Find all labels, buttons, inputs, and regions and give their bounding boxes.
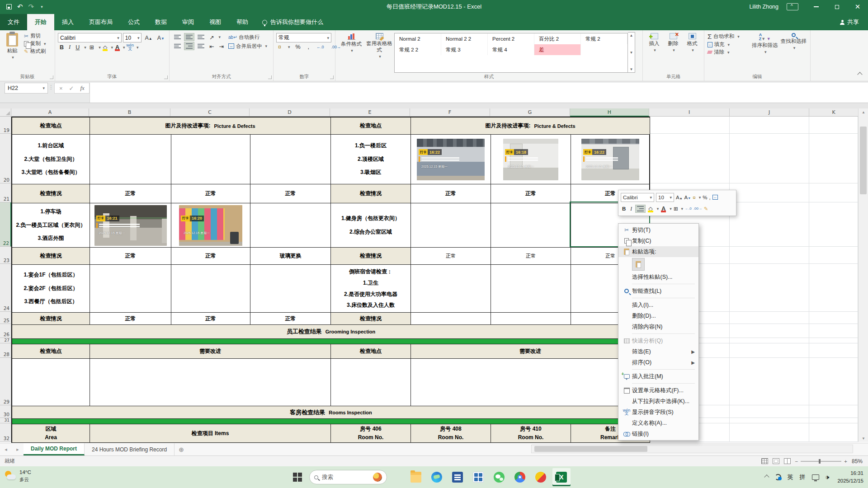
cell-B29[interactable] (90, 359, 331, 406)
menu-insert-comment[interactable]: 插入批注(M) (618, 371, 698, 382)
volume-icon[interactable]: 🕩 (826, 474, 830, 481)
bold-button[interactable]: B (58, 44, 66, 51)
cell-D23[interactable]: 玻璃更换 (250, 248, 331, 265)
find-select-button[interactable]: 查找和选择▾ (779, 32, 808, 73)
decrease-indent-icon[interactable]: ⇤ (208, 42, 216, 50)
cell-B19[interactable]: 图片及待改进事项:Picture & Defects (90, 117, 331, 135)
clipboard-dialog-launcher[interactable] (50, 75, 53, 79)
cell-F22[interactable] (411, 203, 491, 248)
row-header[interactable]: 32 (0, 423, 11, 442)
app-wechat[interactable] (490, 468, 508, 486)
start-button[interactable] (293, 473, 302, 482)
sheet-tab-daily-mod-report[interactable]: Daily MOD Report (24, 443, 85, 455)
col-header-c[interactable]: C (170, 108, 250, 117)
app-grid[interactable] (469, 468, 487, 486)
percent-icon[interactable]: % (293, 43, 302, 51)
font-dialog-launcher[interactable] (164, 75, 168, 79)
menu-format-cells[interactable]: 设置单元格格式(F)... (618, 385, 698, 396)
tray-expand-icon[interactable] (764, 474, 769, 479)
horizontal-scrollbar[interactable] (531, 445, 853, 453)
weather-widget[interactable]: 14°C 多云 (5, 469, 31, 483)
shrink-font-icon[interactable]: A▼ (156, 34, 166, 42)
sync-icon[interactable] (775, 474, 781, 480)
cell-E28[interactable]: 检查地点 (331, 344, 411, 359)
cell-D22[interactable] (250, 203, 331, 248)
menu-insert[interactable]: 插入(I)... (618, 300, 698, 310)
cell-E23[interactable]: 检查情况 (331, 248, 411, 265)
scroll-up-icon[interactable]: ▲ (859, 108, 868, 116)
undo-icon[interactable]: ↶ (17, 3, 23, 11)
row-header[interactable]: 20 (0, 134, 11, 183)
cell-G23[interactable]: 正常 (491, 248, 571, 265)
app-blue[interactable] (448, 468, 467, 486)
delete-cells-button[interactable]: 删除▾ (664, 32, 683, 73)
formula-input[interactable] (90, 83, 868, 103)
row-header[interactable]: 25 (0, 312, 11, 324)
style-item[interactable]: 百分比 2 (534, 33, 581, 44)
mini-increase-decimal-icon[interactable]: ←.0 (685, 206, 692, 211)
mini-align-center-icon[interactable] (635, 205, 646, 213)
tab-data[interactable]: 数据 (147, 14, 175, 30)
vertical-scrollbar[interactable]: ▲ ▼ (858, 108, 868, 442)
cell-F24[interactable] (411, 265, 491, 313)
qat-customize-icon[interactable]: ▾ (41, 5, 43, 9)
cell-D21[interactable]: 正常 (250, 184, 331, 203)
mini-bold-button[interactable]: B (621, 206, 627, 211)
cell-C24[interactable] (171, 265, 250, 313)
cell-C22[interactable]: 打卡16:20 2025.12.15 星期一 (171, 203, 250, 248)
cell-D25[interactable]: 正常 (250, 313, 331, 325)
tell-me-box[interactable]: 告诉我你想要做什么 (256, 14, 330, 30)
cell-F25[interactable] (411, 313, 491, 325)
network-display-icon[interactable] (812, 474, 819, 480)
accounting-format-icon[interactable]: ¤ (276, 43, 283, 51)
alignment-dialog-launcher[interactable] (268, 75, 272, 79)
col-header-h-selected[interactable]: H (570, 108, 649, 117)
menu-cut[interactable]: ✂剪切(T) (618, 225, 698, 235)
scroll-down-icon[interactable]: ▼ (859, 435, 868, 442)
col-header-i[interactable]: I (649, 108, 730, 117)
fill-button[interactable]: ↓填充▾ (706, 41, 750, 48)
cell-D24[interactable] (250, 265, 331, 313)
cell-A29[interactable] (12, 359, 90, 406)
menu-pick-from-dropdown[interactable]: 从下拉列表中选择(K)... (618, 396, 698, 407)
style-item[interactable]: 常规 2 (581, 33, 627, 44)
cell-B21[interactable]: 正常 (90, 184, 171, 203)
menu-paste-special[interactable]: 选择性粘贴(S)... (618, 272, 698, 282)
tab-view[interactable]: 视图 (202, 14, 229, 30)
col-header-f[interactable]: F (410, 108, 490, 117)
cell-A32[interactable]: 区域 Area (12, 424, 90, 443)
format-cells-button[interactable]: 格式▾ (683, 32, 702, 73)
tab-insert[interactable]: 插入 (54, 14, 81, 30)
ribbon-display-options-icon[interactable] (787, 3, 798, 10)
app-media[interactable] (532, 468, 550, 486)
menu-quick-analysis[interactable]: 快速分析(Q) (618, 335, 698, 346)
menu-paste-options[interactable]: 粘贴选项: (618, 246, 698, 257)
cell-D20[interactable] (250, 135, 331, 184)
cell-E25[interactable]: 检查情况 (331, 313, 411, 325)
cell-F20[interactable]: 打卡16:22 2025.12.15 星期一 (411, 135, 491, 184)
style-item[interactable]: Normal 2 2 (441, 33, 488, 44)
cell-H20[interactable]: 打卡16:22 2025.12.15 星期一 (571, 135, 650, 184)
format-as-table-button[interactable]: 套用表格格式▾ (365, 32, 393, 73)
page-break-view-icon[interactable] (784, 458, 791, 464)
clear-button[interactable]: 清除▾ (706, 48, 750, 56)
inspection-photo[interactable]: 打卡16:21 2025.12.15 星期一 (94, 205, 167, 246)
name-box[interactable]: H22▾ (5, 83, 48, 94)
cell-C20[interactable] (171, 135, 250, 184)
cell-B25[interactable]: 正常 (90, 313, 171, 325)
sheet-tab-24-hours-briefing[interactable]: 24 Hours MOD Briefing Record (85, 443, 175, 455)
menu-filter[interactable]: 筛选(E)▶ (618, 346, 698, 357)
style-item[interactable]: 常规 2 2 (395, 44, 441, 55)
cell-A28[interactable]: 检查地点 (12, 344, 90, 359)
inspection-photo[interactable]: 打卡16:20 2025.12.15 星期一 (179, 205, 242, 246)
align-left-icon[interactable] (172, 42, 183, 50)
horizontal-scroll-thumb[interactable] (534, 446, 647, 452)
mini-shrink-font-icon[interactable]: A▼ (684, 195, 691, 200)
mini-grow-font-icon[interactable]: A▲ (676, 195, 683, 200)
cell-E24[interactable]: 倒班宿舍请检查： 1.卫生 2.是否使用大功率电器 3.床位数及入住人数 (331, 265, 411, 313)
row-header[interactable]: 29 (0, 358, 11, 405)
menu-sort[interactable]: 排序(O)▶ (618, 357, 698, 368)
row-header[interactable]: 30 (0, 405, 11, 418)
app-excel-active[interactable]: X (552, 468, 571, 486)
lang-pinyin-indicator[interactable]: 拼 (800, 473, 806, 481)
